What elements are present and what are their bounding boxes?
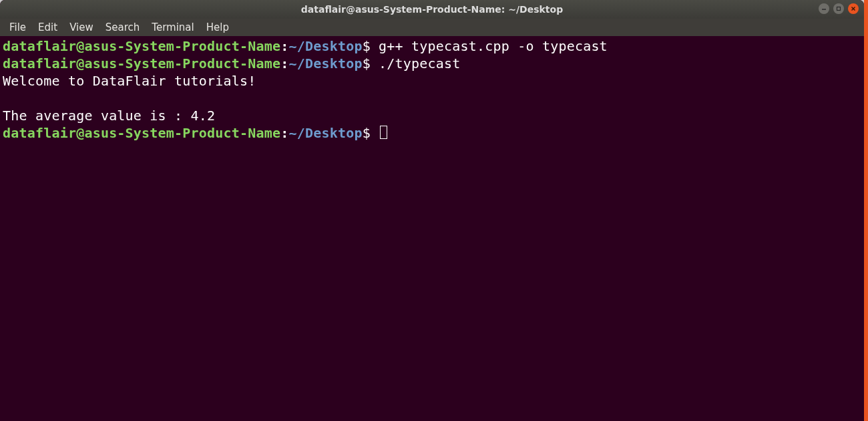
minimize-icon <box>821 6 827 11</box>
svg-rect-1 <box>837 7 841 11</box>
prompt-user-host: dataflair@asus-System-Product-Name <box>3 38 280 54</box>
scrollbar[interactable] <box>864 0 868 421</box>
command-3 <box>371 125 379 141</box>
prompt-path: ~/Desktop <box>288 55 362 72</box>
menubar: File Edit View Search Terminal Help <box>0 19 864 36</box>
maximize-button[interactable] <box>833 3 844 14</box>
prompt-colon: : <box>280 38 288 54</box>
prompt-colon: : <box>280 125 288 141</box>
menu-edit[interactable]: Edit <box>33 20 63 35</box>
command-2: ./typecast <box>371 55 461 72</box>
prompt-colon: : <box>280 55 288 72</box>
menu-search[interactable]: Search <box>100 20 146 35</box>
prompt-user-host: dataflair@asus-System-Product-Name <box>3 125 280 141</box>
terminal-body[interactable]: dataflair@asus-System-Product-Name:~/Des… <box>0 36 864 421</box>
close-button[interactable] <box>848 3 859 14</box>
prompt-dollar: $ <box>363 125 371 141</box>
command-1: g++ typecast.cpp -o typecast <box>371 38 608 54</box>
window-controls <box>819 3 859 14</box>
menu-help[interactable]: Help <box>201 20 234 35</box>
window-title: dataflair@asus-System-Product-Name: ~/De… <box>0 4 864 15</box>
maximize-icon <box>836 6 841 11</box>
titlebar: dataflair@asus-System-Product-Name: ~/De… <box>0 0 864 19</box>
close-icon <box>851 6 856 11</box>
terminal-window: dataflair@asus-System-Product-Name: ~/De… <box>0 0 864 421</box>
prompt-user-host: dataflair@asus-System-Product-Name <box>3 55 280 72</box>
prompt-dollar: $ <box>363 55 371 72</box>
output-line-2: The average value is : 4.2 <box>3 108 215 124</box>
prompt-path: ~/Desktop <box>288 125 362 141</box>
menu-terminal[interactable]: Terminal <box>146 20 199 35</box>
minimize-button[interactable] <box>819 3 829 14</box>
cursor-icon <box>380 126 387 139</box>
menu-file[interactable]: File <box>4 20 31 35</box>
output-line-1: Welcome to DataFlair tutorials! <box>3 73 256 89</box>
prompt-dollar: $ <box>363 38 371 54</box>
menu-view[interactable]: View <box>64 20 99 35</box>
prompt-path: ~/Desktop <box>288 38 362 54</box>
